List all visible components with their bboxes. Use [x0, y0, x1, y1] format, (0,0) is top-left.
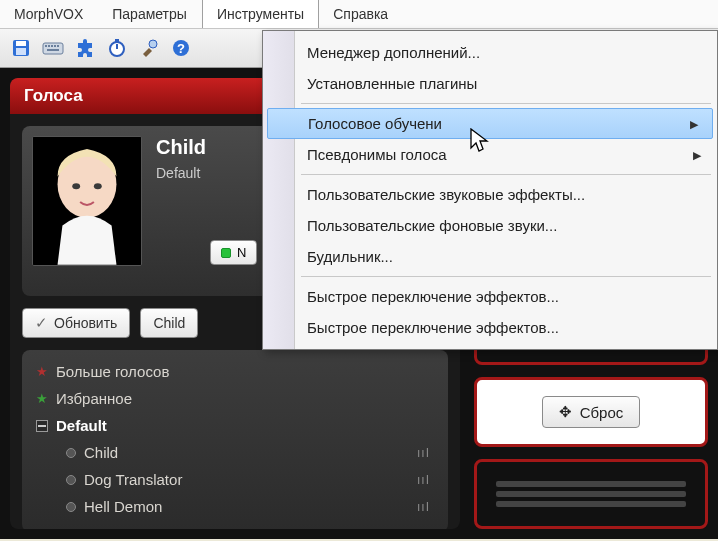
svg-rect-4 — [45, 45, 47, 47]
help-icon[interactable]: ? — [168, 35, 194, 61]
status-chip[interactable]: N — [210, 240, 257, 265]
star-icon: ★ — [36, 391, 48, 406]
svg-rect-11 — [115, 39, 119, 42]
avatar — [32, 136, 142, 266]
svg-rect-1 — [16, 41, 26, 46]
update-label: Обновить — [54, 315, 117, 331]
menu-voice-training[interactable]: Голосовое обучени ▶ — [267, 108, 713, 139]
svg-rect-3 — [43, 43, 63, 54]
tree-label: Default — [56, 417, 107, 434]
menu-voice-aliases[interactable]: Псевдонимы голоса ▶ — [265, 139, 715, 170]
target-icon: ✥ — [559, 403, 572, 421]
menu-tools[interactable]: Инструменты — [202, 0, 319, 28]
menu-custom-sound-effects[interactable]: Пользовательские звуковые эффекты... — [265, 179, 715, 210]
reset-label: Сброс — [580, 404, 624, 421]
svg-text:?: ? — [177, 41, 185, 56]
svg-point-13 — [149, 40, 157, 48]
right-panel-bottom — [474, 459, 708, 529]
tools-icon[interactable] — [136, 35, 162, 61]
svg-rect-6 — [51, 45, 53, 47]
right-panel-reset: ✥ Сброс — [474, 377, 708, 447]
status-dot-icon — [221, 248, 231, 258]
chip-label: N — [237, 245, 246, 260]
menubar: MorphVOX Параметры Инструменты Справка — [0, 0, 718, 29]
submenu-arrow-icon: ▶ — [693, 148, 701, 161]
separator — [301, 276, 711, 277]
keyboard-icon[interactable] — [40, 35, 66, 61]
voice-select[interactable]: Child — [140, 308, 198, 338]
menu-label: Псевдонимы голоса — [307, 146, 447, 163]
tree-item-hell-demon[interactable]: Hell Demon ııI — [30, 493, 440, 520]
signal-icon: ııI — [417, 446, 430, 460]
signal-icon: ııI — [417, 500, 430, 514]
stopwatch-icon[interactable] — [104, 35, 130, 61]
svg-rect-5 — [48, 45, 50, 47]
update-button[interactable]: ✓ Обновить — [22, 308, 130, 338]
tree-label: Dog Translator — [84, 471, 182, 488]
signal-icon: ııI — [417, 473, 430, 487]
menu-quick-switch-effects-2[interactable]: Быстрое переключение эффектов... — [265, 312, 715, 343]
svg-rect-9 — [47, 49, 59, 51]
menu-morphvox[interactable]: MorphVOX — [0, 0, 98, 28]
collapse-icon[interactable] — [36, 420, 48, 432]
menu-label: Голосовое обучени — [308, 115, 442, 132]
check-icon: ✓ — [35, 314, 48, 332]
voice-select-value: Child — [153, 315, 185, 331]
tree-item-child[interactable]: Child ııI — [30, 439, 440, 466]
submenu-arrow-icon: ▶ — [690, 117, 698, 130]
tree-item-dog-translator[interactable]: Dog Translator ııI — [30, 466, 440, 493]
tree-label: Hell Demon — [84, 498, 162, 515]
svg-point-18 — [72, 183, 80, 189]
save-icon[interactable] — [8, 35, 34, 61]
tree-more-voices[interactable]: ★ Больше голосов — [30, 358, 440, 385]
tree-label: Child — [84, 444, 118, 461]
tree-label: Избранное — [56, 390, 132, 407]
voice-tree: ★ Больше голосов ★ Избранное Default Chi… — [22, 350, 448, 529]
reset-button[interactable]: ✥ Сброс — [542, 396, 641, 428]
bullet-icon — [66, 502, 76, 512]
menu-installed-plugins[interactable]: Установленные плагины — [265, 68, 715, 99]
svg-rect-8 — [57, 45, 59, 47]
menu-help[interactable]: Справка — [319, 0, 403, 28]
star-icon: ★ — [36, 364, 48, 379]
bullet-icon — [66, 448, 76, 458]
svg-rect-2 — [16, 48, 26, 55]
menu-parameters[interactable]: Параметры — [98, 0, 202, 28]
puzzle-icon[interactable] — [72, 35, 98, 61]
tools-dropdown: Менеджер дополнений... Установленные пла… — [262, 30, 718, 350]
menu-custom-background-sounds[interactable]: Пользовательские фоновые звуки... — [265, 210, 715, 241]
svg-rect-7 — [54, 45, 56, 47]
tree-favorites[interactable]: ★ Избранное — [30, 385, 440, 412]
menu-alarm[interactable]: Будильник... — [265, 241, 715, 272]
tree-label: Больше голосов — [56, 363, 169, 380]
menu-addon-manager[interactable]: Менеджер дополнений... — [265, 37, 715, 68]
menu-quick-switch-effects-1[interactable]: Быстрое переключение эффектов... — [265, 281, 715, 312]
svg-point-19 — [94, 183, 102, 189]
bullet-icon — [66, 475, 76, 485]
tree-group-default[interactable]: Default — [30, 412, 440, 439]
separator — [301, 103, 711, 104]
separator — [301, 174, 711, 175]
